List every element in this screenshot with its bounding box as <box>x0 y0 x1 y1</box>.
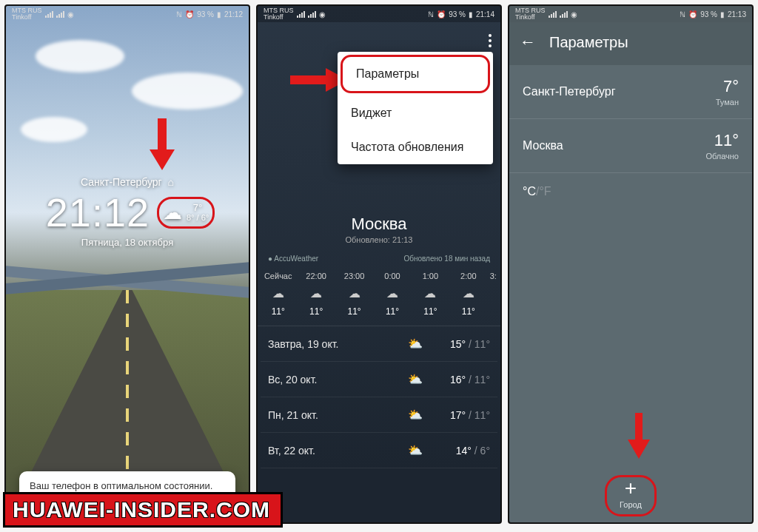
unit-fahrenheit: °F <box>539 185 551 198</box>
cloud-icon: ☁ <box>412 286 449 300</box>
weather-city: Москва <box>258 215 500 234</box>
phone-weather-app: MTS RUSTinkoff ◉ ℕ ⏰ 93 % ▮ 21:14 <box>256 4 502 524</box>
hour-col: 3: <box>488 272 499 317</box>
signal-icon-2 <box>560 11 568 18</box>
cloud-icon: ☁ <box>335 286 373 300</box>
hour-col: 23:00☁11° <box>335 272 373 317</box>
phone-settings: MTS RUSTinkoff ◉ ℕ ⏰ 93 % ▮ 21:13 ← Пара… <box>508 4 754 524</box>
status-bar: MTS RUSTinkoff ◉ ℕ ⏰ 93 % ▮ 21:13 <box>509 6 752 22</box>
hour-col: 1:00☁11° <box>412 272 449 317</box>
partly-cloudy-icon: ⛅ <box>403 337 428 351</box>
wifi-icon: ◉ <box>571 10 577 18</box>
annotation-arrow-1 <box>150 118 175 170</box>
toast-text: Ваш телефон в оптимальном состоянии. <box>30 480 212 491</box>
hour-col: 0:00☁11° <box>373 272 411 317</box>
overflow-menu: Параметры Виджет Частота обновления <box>338 52 493 164</box>
city-row[interactable]: Москва 11°Облачно <box>509 119 752 173</box>
signal-icon <box>297 11 305 18</box>
widget-weather[interactable]: ☁ 7° 8° / 6° <box>163 201 209 224</box>
phone-lockscreen: MTS RUSTinkoff ◉ ℕ ⏰ 93 % ▮ 21:12 <box>4 4 250 524</box>
weather-updated: Обновлено: 21:13 <box>258 235 500 244</box>
add-city-button[interactable]: + Город <box>620 478 642 509</box>
signal-icon-2 <box>308 11 316 18</box>
battery-icon: ▮ <box>720 10 725 18</box>
city-name: Москва <box>523 139 563 152</box>
status-bar: MTS RUSTinkoff ◉ ℕ ⏰ 93 % ▮ 21:14 <box>258 6 500 22</box>
widget-temp-hilo: 8° / 6° <box>187 213 209 222</box>
unit-celsius: °C <box>523 185 536 198</box>
unit-toggle[interactable]: °C/°F <box>509 173 752 210</box>
watermark: HUAWEI-INSIDER.COM <box>3 492 283 528</box>
home-icon: ⌂ <box>168 176 174 188</box>
annotation-circle-1 <box>157 197 215 229</box>
weather-updated-ago: Обновлено 18 мин назад <box>403 255 490 263</box>
hourly-forecast[interactable]: Сейчас☁11° 22:00☁11° 23:00☁11° 0:00☁11° … <box>258 267 500 326</box>
weather-provider: AccuWeather <box>274 255 318 263</box>
battery-icon: ▮ <box>469 10 473 18</box>
cloud-icon: ☁ <box>449 286 487 300</box>
widget-date: Пятница, 18 октября <box>6 237 249 248</box>
status-time: 21:14 <box>476 10 494 18</box>
plus-icon: + <box>620 478 642 499</box>
signal-icon <box>549 11 557 18</box>
city-row[interactable]: Санкт-Петербург 7°Туман <box>509 65 752 119</box>
partly-cloudy-icon: ⛅ <box>403 443 428 457</box>
day-row: Вс, 20 окт.⛅16° / 11° <box>261 362 497 397</box>
partly-cloudy-icon: ⛅ <box>403 408 428 422</box>
annotation-circle-2: Параметры <box>341 55 490 93</box>
day-row: Пн, 21 окт.⛅17° / 11° <box>261 397 497 433</box>
svg-marker-2 <box>628 413 650 459</box>
cloud-icon: ☁ <box>373 286 411 300</box>
day-row: Завтра, 19 окт.⛅15° / 11° <box>261 326 497 362</box>
settings-header: ← Параметры <box>509 22 752 65</box>
status-time: 21:13 <box>728 10 746 18</box>
cloud-icon: ☁ <box>259 286 297 300</box>
wifi-icon: ◉ <box>319 10 326 18</box>
daily-forecast[interactable]: Завтра, 19 окт.⛅15° / 11° Вс, 20 окт.⛅16… <box>258 326 500 468</box>
city-temp: 7° <box>716 77 739 96</box>
widget-clock: 21:12 <box>46 189 150 235</box>
widget-city: Санкт-Петербург <box>81 176 162 188</box>
day-row: Вт, 22 окт.⛅14° / 6° <box>261 433 497 468</box>
overflow-menu-button[interactable] <box>489 34 492 47</box>
menu-item-widget[interactable]: Виджет <box>338 96 493 130</box>
menu-item-params[interactable]: Параметры <box>343 57 488 91</box>
menu-item-frequency[interactable]: Частота обновления <box>338 130 493 164</box>
hour-col: 2:00☁11° <box>449 272 487 317</box>
city-cond: Туман <box>716 98 739 107</box>
cloud-icon: ☁ <box>297 286 335 300</box>
partly-cloudy-icon: ⛅ <box>403 372 428 386</box>
add-city-label: Город <box>620 500 642 509</box>
svg-marker-0 <box>150 118 175 170</box>
hour-col: 22:00☁11° <box>297 272 335 317</box>
city-temp: 11° <box>705 131 739 150</box>
annotation-arrow-3 <box>628 413 650 459</box>
page-title: Параметры <box>549 34 628 51</box>
city-name: Санкт-Петербург <box>523 85 615 98</box>
weather-clock-widget[interactable]: Санкт-Петербург ⌂ 21:12 ☁ 7° 8° / 6° Пят… <box>6 176 249 248</box>
city-cond: Облачно <box>705 152 739 161</box>
back-button[interactable]: ← <box>520 33 536 52</box>
hour-col: Сейчас☁11° <box>259 272 297 317</box>
